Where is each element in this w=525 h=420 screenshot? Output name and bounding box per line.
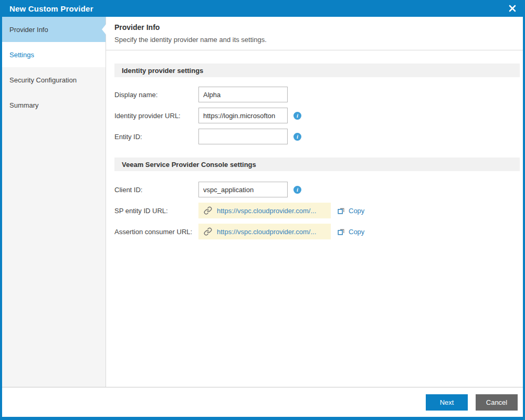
new-custom-provider-dialog: New Custom Provider Provider Info Settin… (0, 0, 525, 420)
next-button[interactable]: Next (426, 394, 468, 411)
sidebar-item-provider-info[interactable]: Provider Info (2, 17, 106, 42)
page-title: Provider Info (114, 23, 514, 32)
chain-link-icon (204, 227, 212, 236)
wizard-steps-sidebar: Provider Info Settings Security Configur… (2, 17, 106, 387)
sidebar-item-security-configuration[interactable]: Security Configuration (2, 67, 106, 92)
dialog-footer: Next Cancel (2, 387, 523, 417)
sp-entity-id-url-field: https://vspc.cloudprovider.com/... (198, 203, 331, 218)
chain-link-icon (204, 206, 212, 215)
assertion-consumer-url-link[interactable]: https://vspc.cloudprovider.com/... (217, 228, 316, 236)
field-label: Assertion consumer URL: (114, 228, 198, 236)
step-label: Security Configuration (9, 76, 77, 84)
section-vspc-settings: Veeam Service Provider Console settings (114, 158, 520, 171)
cancel-button[interactable]: Cancel (476, 394, 518, 411)
identity-provider-url-input[interactable] (198, 108, 288, 123)
field-row-entity-id: Entity ID: i (114, 129, 520, 144)
field-label: Display name: (114, 91, 198, 99)
entity-id-input[interactable] (198, 129, 288, 144)
copy-button-label: Copy (349, 228, 364, 236)
info-icon[interactable]: i (293, 112, 301, 120)
section-title: Veeam Service Provider Console settings (122, 161, 256, 169)
display-name-input[interactable] (198, 87, 288, 102)
field-row-display-name: Display name: (114, 87, 520, 102)
field-row-identity-provider-url: Identity provider URL: i (114, 108, 520, 123)
client-id-input[interactable] (198, 182, 288, 197)
copy-sp-entity-id-url-button[interactable]: Copy (337, 206, 364, 215)
sp-entity-id-url-link[interactable]: https://vspc.cloudprovider.com/... (217, 207, 316, 215)
dialog-titlebar: New Custom Provider (0, 0, 525, 17)
field-row-client-id: Client ID: i (114, 182, 520, 197)
assertion-consumer-url-field: https://vspc.cloudprovider.com/... (198, 224, 331, 239)
dialog-title: New Custom Provider (9, 4, 93, 13)
step-label: Settings (9, 51, 34, 59)
copy-button-label: Copy (349, 207, 364, 215)
field-label: SP entity ID URL: (114, 207, 198, 215)
copy-assertion-consumer-url-button[interactable]: Copy (337, 227, 364, 236)
copy-icon (337, 227, 345, 236)
field-row-assertion-consumer-url: Assertion consumer URL: https://vspc.clo… (114, 224, 520, 239)
section-identity-provider-settings: Identity provider settings (114, 64, 520, 77)
step-label: Summary (9, 101, 39, 109)
step-content: Provider Info Specify the identity provi… (106, 17, 523, 387)
sidebar-item-settings[interactable]: Settings (2, 42, 106, 67)
step-label: Provider Info (9, 26, 48, 34)
copy-icon (337, 206, 345, 215)
info-icon[interactable]: i (293, 186, 301, 194)
field-label: Client ID: (114, 186, 198, 194)
form-area: Identity provider settings Display name:… (106, 50, 523, 239)
dialog-body: Provider Info Settings Security Configur… (2, 17, 523, 387)
step-header: Provider Info Specify the identity provi… (106, 17, 523, 50)
close-icon[interactable] (507, 3, 518, 14)
page-description: Specify the identity provider name and i… (114, 36, 514, 50)
sidebar-item-summary[interactable]: Summary (2, 92, 106, 118)
field-label: Entity ID: (114, 133, 198, 141)
field-label: Identity provider URL: (114, 112, 198, 120)
field-row-sp-entity-id-url: SP entity ID URL: https://vspc.cloudprov… (114, 203, 520, 218)
info-icon[interactable]: i (293, 133, 301, 141)
section-title: Identity provider settings (122, 67, 203, 75)
